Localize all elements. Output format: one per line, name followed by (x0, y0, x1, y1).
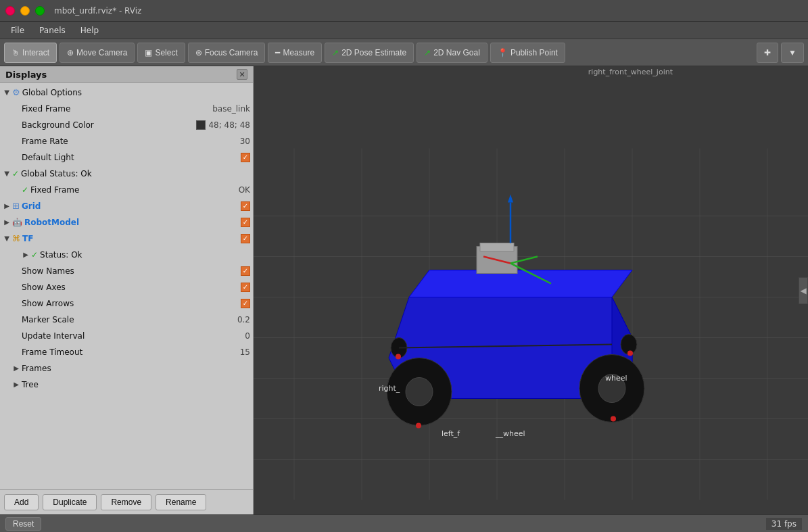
tf-checkbox[interactable] (241, 234, 250, 243)
default-light-checkbox[interactable] (241, 153, 250, 162)
expand-global-status[interactable]: ▼ (3, 170, 11, 178)
maximize-button[interactable] (35, 6, 45, 16)
tf-icon: ⌘ (12, 232, 20, 245)
displays-title: Displays (5, 70, 47, 80)
grid-icon: ⊞ (12, 199, 20, 213)
right-wheel-label: right_ (379, 384, 400, 393)
svg-marker-16 (409, 270, 632, 297)
displays-tree: ▼ ⚙ Global Options Fixed Frame base_link… (0, 83, 253, 489)
arrow-green2-icon: ↗ (424, 48, 431, 57)
sidebar: Displays ✕ ▼ ⚙ Global Options Fixed Fram… (0, 66, 254, 514)
window-title: mbot_urdf.rviz* - RViz (54, 6, 141, 16)
robot-icon: 🤖 (12, 216, 22, 229)
left-wheel-label: left_f (442, 429, 460, 438)
update-interval-row[interactable]: Update Interval 0 (0, 328, 253, 344)
right-wheel-label2: wheel (605, 374, 627, 383)
move-camera-button[interactable]: ⊕ Move Camera (60, 43, 135, 63)
frame-rate-row[interactable]: Frame Rate 30 (0, 133, 253, 149)
tf-status-row[interactable]: ▶ ✓ Status: Ok (0, 247, 253, 263)
menu-help[interactable]: Help (74, 24, 105, 37)
status-ok-icon: ✓ (12, 167, 19, 180)
nav-goal-button[interactable]: ↗ 2D Nav Goal (417, 43, 488, 63)
frame-timeout-row[interactable]: Frame Timeout 15 (0, 344, 253, 360)
svg-marker-32 (508, 195, 513, 203)
grid-row[interactable]: ▶ ⊞ Grid (0, 198, 253, 214)
show-arrows-row[interactable]: Show Arrows (0, 295, 253, 312)
show-names-checkbox[interactable] (241, 266, 250, 276)
reset-button[interactable]: Reset (5, 517, 41, 531)
gear-icon: ⚙ (12, 86, 20, 99)
viewport-grid (254, 66, 808, 514)
show-arrows-checkbox[interactable] (241, 299, 250, 308)
displays-close-button[interactable]: ✕ (237, 69, 247, 80)
global-fixed-frame-row[interactable]: ✓ Fixed Frame OK (0, 182, 253, 198)
show-axes-checkbox[interactable] (241, 283, 250, 292)
tf-status-ok-icon: ✓ (31, 248, 38, 262)
titlebar: mbot_urdf.rviz* - RViz (0, 0, 808, 22)
menu-file[interactable]: File (4, 24, 31, 37)
svg-rect-19 (480, 243, 514, 251)
pose-estimate-button[interactable]: ↗ 2D Pose Estimate (325, 43, 414, 63)
expand-tree[interactable]: ▶ (12, 381, 20, 389)
show-names-row[interactable]: Show Names (0, 263, 253, 279)
robot-body (387, 195, 644, 429)
svg-point-30 (627, 351, 633, 356)
svg-point-29 (396, 354, 401, 360)
sidebar-action-buttons: Add Duplicate Remove Rename (0, 489, 253, 514)
expand-tf[interactable]: ▼ (3, 235, 11, 243)
chevron-down-icon: ▼ (788, 48, 797, 57)
arrow-green-icon: ↗ (332, 48, 339, 57)
3d-viewport[interactable]: right_front_wheel_joint (254, 66, 808, 514)
tf-row[interactable]: ▼ ⌘ TF (0, 231, 253, 247)
ruler-icon: ━ (275, 48, 280, 57)
robot-model-row[interactable]: ▶ 🤖 RobotModel (0, 214, 253, 231)
measure-button[interactable]: ━ Measure (268, 43, 322, 63)
fps-counter: 31 fps (765, 517, 803, 531)
expand-frames[interactable]: ▶ (12, 364, 20, 372)
default-light-row[interactable]: Default Light (0, 149, 253, 166)
fixed-frame-row[interactable]: Fixed Frame base_link (0, 101, 253, 117)
rename-button[interactable]: Rename (156, 494, 206, 510)
cursor-icon: 🖱 (11, 48, 20, 57)
focus-camera-button[interactable]: ⊛ Focus Camera (188, 43, 266, 63)
svg-point-27 (416, 423, 421, 429)
robot-model-checkbox[interactable] (241, 218, 250, 227)
show-axes-row[interactable]: Show Axes (0, 279, 253, 295)
left-wheel-label2: __wheel (496, 429, 525, 438)
grid-checkbox[interactable] (241, 201, 250, 211)
expand-grid[interactable]: ▶ (3, 202, 11, 210)
add-display-button[interactable]: ✚ (757, 43, 778, 63)
global-options-row[interactable]: ▼ ⚙ Global Options (0, 84, 253, 101)
focus-icon: ⊛ (195, 48, 202, 57)
pin-icon: 📍 (498, 48, 508, 57)
remove-button[interactable]: Remove (101, 494, 151, 510)
select-button[interactable]: ▣ Select (137, 43, 185, 63)
add-button[interactable]: Add (4, 494, 39, 510)
global-status-row[interactable]: ▼ ✓ Global Status: Ok (0, 166, 253, 182)
statusbar: Reset 31 fps (0, 514, 808, 532)
displays-header: Displays ✕ (0, 66, 253, 83)
move-icon: ⊕ (67, 48, 74, 57)
color-swatch (196, 120, 206, 130)
expand-global-options[interactable]: ▼ (3, 89, 11, 97)
collapse-arrow-button[interactable]: ◀ (799, 277, 808, 304)
marker-scale-row[interactable]: Marker Scale 0.2 (0, 312, 253, 328)
publish-point-button[interactable]: 📍 Publish Point (490, 43, 565, 63)
minimize-button[interactable] (20, 6, 30, 16)
duplicate-button[interactable]: Duplicate (43, 494, 97, 510)
interact-button[interactable]: 🖱 Interact (4, 43, 57, 63)
menu-panels[interactable]: Panels (32, 24, 72, 37)
plus-icon: ✚ (764, 48, 771, 57)
fixed-frame-ok-icon: ✓ (22, 183, 28, 197)
close-button[interactable] (5, 6, 15, 16)
expand-tf-status[interactable]: ▶ (22, 251, 30, 259)
select-icon: ▣ (145, 48, 152, 57)
expand-robot-model[interactable]: ▶ (3, 218, 11, 226)
menubar: File Panels Help (0, 22, 808, 39)
svg-point-28 (611, 416, 616, 422)
toolbar: 🖱 Interact ⊕ Move Camera ▣ Select ⊛ Focu… (0, 39, 808, 66)
more-button[interactable]: ▼ (781, 43, 804, 63)
background-color-row[interactable]: Background Color 48; 48; 48 (0, 117, 253, 133)
frames-row[interactable]: ▶ Frames (0, 360, 253, 377)
tree-row[interactable]: ▶ Tree (0, 377, 253, 393)
